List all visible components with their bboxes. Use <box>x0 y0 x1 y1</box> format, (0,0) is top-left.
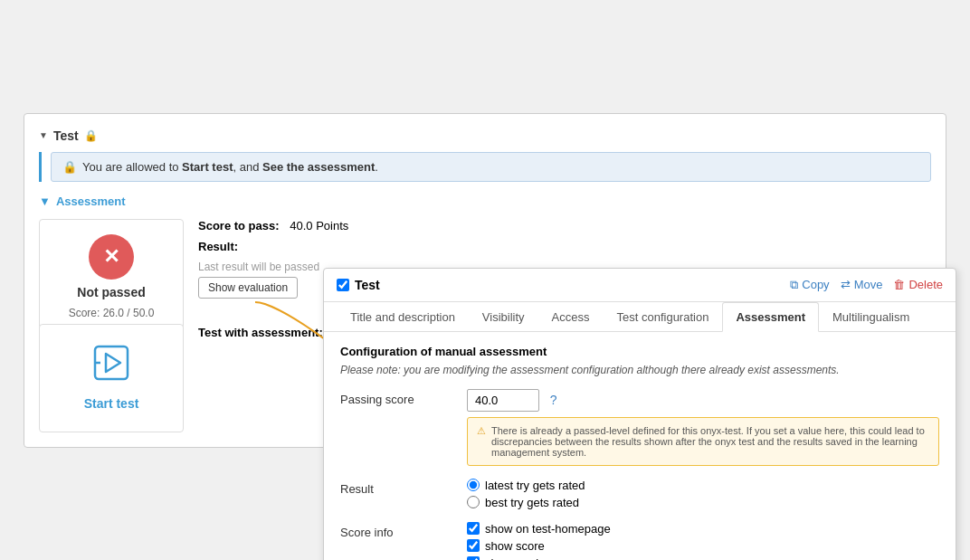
copy-button[interactable]: ⧉ Copy <box>790 278 829 292</box>
assessment-triangle[interactable]: ▼ <box>39 195 51 208</box>
copy-icon: ⧉ <box>790 278 798 292</box>
show-mark-label: show mark <box>485 556 542 561</box>
result-latest-label: latest try gets rated <box>485 479 585 492</box>
move-icon: ⇄ <box>841 278 851 291</box>
start-icon <box>93 345 129 389</box>
result-latest-radio[interactable] <box>467 479 480 491</box>
modal-actions: ⧉ Copy ⇄ Move 🗑 Delete <box>790 278 943 292</box>
tab-access[interactable]: Access <box>538 302 604 332</box>
modal-header: Test ⧉ Copy ⇄ Move 🗑 Delete <box>324 269 956 302</box>
warning-triangle-icon: ⚠ <box>477 425 486 458</box>
start-test-area: Start test <box>39 315 184 432</box>
info-bar-wrapper: 🔒 You are allowed to Start test, and See… <box>39 152 931 182</box>
passing-score-control: ? ⚠ There is already a passed-level defi… <box>467 389 939 466</box>
tab-multilingualism[interactable]: Multilingualism <box>819 302 923 332</box>
score-to-pass-row: Score to pass: 40.0 Points <box>198 219 931 233</box>
main-container: ▼ Test 🔒 🔒 You are allowed to Start test… <box>24 113 946 448</box>
warning-box: ⚠ There is already a passed-level define… <box>467 417 939 466</box>
status-label: Not passed <box>77 285 145 299</box>
score-to-pass-label: Score to pass: <box>198 219 280 233</box>
result-radio-group: latest try gets rated best try gets rate… <box>467 479 939 509</box>
move-button[interactable]: ⇄ Move <box>841 278 883 291</box>
show-score-checkbox[interactable] <box>467 539 480 552</box>
assessment-section-header: ▼ Assessment <box>39 195 931 208</box>
tab-test-configuration[interactable]: Test configuration <box>603 302 722 332</box>
passing-score-input[interactable] <box>467 389 539 412</box>
modal-panel: Test ⧉ Copy ⇄ Move 🗑 Delete Title and de… <box>323 268 956 561</box>
score-homepage-option[interactable]: show on test-homepage <box>467 522 939 536</box>
score-info-form-row: Score info show on test-homepage show sc… <box>340 522 939 561</box>
result-control: latest try gets rated best try gets rate… <box>467 479 939 509</box>
modal-tabs: Title and description Visibility Access … <box>324 302 956 332</box>
start-test-label: Start test <box>84 396 139 411</box>
test-section-title: Test <box>53 128 79 143</box>
result-latest-option[interactable]: latest try gets rated <box>467 479 939 492</box>
delete-button[interactable]: 🗑 Delete <box>893 278 943 291</box>
modal-title-area: Test <box>337 278 380 292</box>
warning-text: There is already a passed-level defined … <box>491 425 929 458</box>
score-info-checkbox-group: show on test-homepage show score show ma… <box>467 522 939 561</box>
score-to-pass-value: 40.0 Points <box>290 219 348 233</box>
assessment-title: Assessment <box>56 195 126 208</box>
show-mark-option[interactable]: show mark <box>467 556 939 561</box>
show-score-option[interactable]: show score <box>467 539 939 553</box>
show-mark-checkbox[interactable] <box>467 556 480 560</box>
x-icon: ✕ <box>103 245 119 269</box>
result-best-radio[interactable] <box>467 496 480 508</box>
tab-title-description[interactable]: Title and description <box>337 302 469 332</box>
error-circle: ✕ <box>89 234 134 280</box>
test-collapse-icon[interactable]: ▼ <box>39 130 48 140</box>
passing-score-label: Passing score <box>340 389 467 406</box>
result-form-row: Result latest try gets rated best try ge… <box>340 479 939 509</box>
tab-assessment[interactable]: Assessment <box>722 302 819 332</box>
info-bar: 🔒 You are allowed to Start test, and See… <box>51 152 931 182</box>
score-homepage-label: show on test-homepage <box>485 522 611 536</box>
test-section-header: ▼ Test 🔒 <box>39 128 931 143</box>
info-text: You are allowed to Start test, and See t… <box>82 160 378 174</box>
info-icon: 🔒 <box>62 160 77 174</box>
start-test-card[interactable]: Start test <box>39 324 184 432</box>
modal-title-checkbox[interactable] <box>337 279 349 291</box>
result-best-label: best try gets rated <box>485 496 579 509</box>
result-best-option[interactable]: best try gets rated <box>467 496 939 509</box>
passing-score-row: Passing score ? ⚠ There is already a pas… <box>340 389 939 466</box>
modal-body: Configuration of manual assessment Pleas… <box>324 332 956 561</box>
score-homepage-checkbox[interactable] <box>467 522 480 535</box>
result-form-label: Result <box>340 479 467 496</box>
score-info-control: show on test-homepage show score show ma… <box>467 522 939 561</box>
result-label-text: Result: <box>198 240 238 253</box>
score-info-form-label: Score info <box>340 522 467 539</box>
tab-visibility[interactable]: Visibility <box>469 302 538 332</box>
show-score-label: show score <box>485 539 545 553</box>
lock-icon: 🔒 <box>84 129 98 142</box>
trash-icon: 🗑 <box>893 278 905 291</box>
help-icon[interactable]: ? <box>550 393 557 407</box>
modal-title-text: Test <box>355 278 380 292</box>
result-row: Result: <box>198 240 931 253</box>
show-evaluation-button[interactable]: Show evaluation <box>198 277 298 299</box>
config-title: Configuration of manual assessment <box>340 345 939 358</box>
config-warning: Please note: you are modifying the asses… <box>340 364 939 376</box>
